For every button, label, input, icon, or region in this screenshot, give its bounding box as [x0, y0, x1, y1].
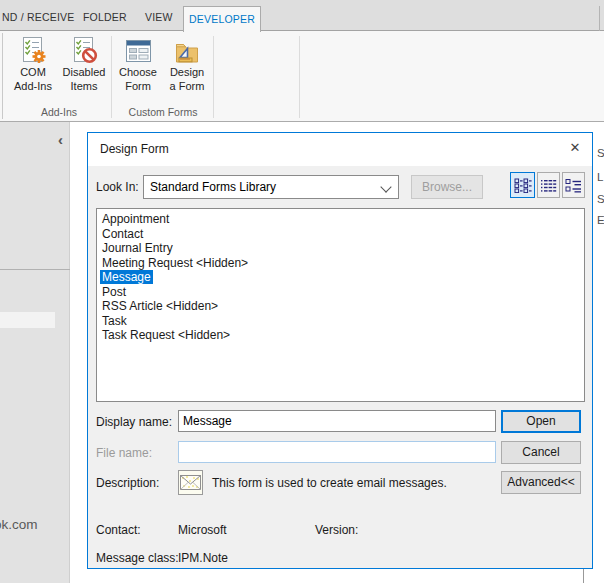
- ribbon-group-label-add-ins: Add-Ins: [8, 106, 110, 118]
- message-form-icon: [178, 470, 203, 495]
- ribbon-button-label: Choose: [114, 66, 162, 80]
- list-item[interactable]: Task: [97, 314, 584, 329]
- list-item[interactable]: Meeting Request <Hidden>: [97, 256, 584, 271]
- ribbon-left-edge: [2, 33, 3, 119]
- account-name-fragment: ok.com: [0, 517, 38, 532]
- list-item-selected[interactable]: Message: [97, 270, 584, 285]
- list-item[interactable]: Task Request <Hidden>: [97, 328, 584, 343]
- tab-view[interactable]: VIEW: [145, 11, 173, 23]
- ribbon-group-separator: [299, 36, 300, 118]
- file-name-field[interactable]: [178, 441, 496, 463]
- ribbon-group-separator: [111, 36, 112, 118]
- ribbon-button-label: Form: [114, 80, 162, 94]
- folder-pane: [0, 122, 70, 583]
- folder-pane-divider: [0, 269, 70, 270]
- dialog-title: Design Form: [100, 142, 169, 156]
- ribbon-group-label-custom-forms: Custom Forms: [114, 106, 212, 118]
- cancel-button[interactable]: Cancel: [501, 441, 581, 464]
- look-in-dropdown[interactable]: Standard Forms Library: [143, 175, 399, 199]
- background-pane-edge: [583, 569, 584, 583]
- details-view-icon: [540, 178, 557, 193]
- display-name-field[interactable]: [178, 410, 496, 432]
- tree-view-button[interactable]: [562, 172, 585, 198]
- background-text-fragment: L: [597, 171, 603, 183]
- com-add-ins-button[interactable]: COM Add-Ins: [8, 34, 58, 100]
- choose-form-button[interactable]: Choose Form: [114, 34, 162, 100]
- choose-form-icon: [114, 34, 162, 66]
- tab-folder[interactable]: FOLDER: [83, 11, 127, 23]
- disabled-items-button[interactable]: Disabled Items: [58, 34, 110, 100]
- file-name-label: File name:: [96, 446, 152, 460]
- tab-developer[interactable]: DEVELOPER: [183, 6, 261, 32]
- list-item[interactable]: Journal Entry: [97, 241, 584, 256]
- version-label: Version:: [315, 523, 358, 537]
- look-in-value: Standard Forms Library: [150, 180, 276, 194]
- tree-view-icon: [565, 178, 582, 193]
- background-text-fragment: E: [597, 214, 604, 226]
- com-add-ins-icon: [8, 34, 58, 66]
- ribbon-group-separator: [213, 36, 214, 118]
- open-button[interactable]: Open: [501, 410, 581, 433]
- message-class-label: Message class:: [96, 551, 179, 565]
- description-text: This form is used to create email messag…: [212, 476, 447, 490]
- ribbon-button-label: Disabled: [58, 66, 110, 80]
- ribbon-button-label: a Form: [162, 80, 212, 94]
- description-label: Description:: [96, 476, 159, 490]
- icons-view-icon: [514, 178, 532, 193]
- window-right-edge: [599, 6, 600, 31]
- icons-view-button[interactable]: [510, 172, 535, 198]
- contact-label: Contact:: [96, 523, 141, 537]
- list-item[interactable]: Post: [97, 285, 584, 300]
- list-item[interactable]: Contact: [97, 227, 584, 242]
- background-text-fragment: S: [597, 147, 604, 159]
- advanced-button[interactable]: Advanced<<: [501, 471, 581, 494]
- tab-send-receive[interactable]: ND / RECEIVE: [2, 11, 74, 23]
- look-in-label: Look In:: [96, 180, 139, 194]
- list-item[interactable]: RSS Article <Hidden>: [97, 299, 584, 314]
- list-item[interactable]: Appointment: [97, 212, 584, 227]
- collapse-pane-icon[interactable]: ‹: [58, 132, 63, 147]
- contact-value: Microsoft: [178, 523, 227, 537]
- display-name-label: Display name:: [96, 415, 172, 429]
- close-icon[interactable]: ✕: [563, 138, 587, 158]
- chevron-down-icon: [380, 181, 391, 192]
- ribbon-button-label: Add-Ins: [8, 80, 58, 94]
- design-a-form-button[interactable]: Design a Form: [162, 34, 212, 100]
- details-view-button[interactable]: [537, 172, 560, 198]
- ribbon-button-label: COM: [8, 66, 58, 80]
- design-a-form-icon: [162, 34, 212, 66]
- forms-list: Appointment Contact Journal Entry Meetin…: [96, 208, 585, 402]
- browse-button[interactable]: Browse...: [411, 175, 483, 199]
- message-class-value: IPM.Note: [178, 551, 228, 565]
- folder-pane-selected-row[interactable]: [0, 312, 55, 328]
- disabled-items-icon: [58, 34, 110, 66]
- background-text-fragment: S: [597, 193, 604, 205]
- ribbon-button-label: Items: [58, 80, 110, 94]
- ribbon-button-label: Design: [162, 66, 212, 80]
- ribbon-tab-bar: ND / RECEIVE FOLDER VIEW: [0, 0, 604, 31]
